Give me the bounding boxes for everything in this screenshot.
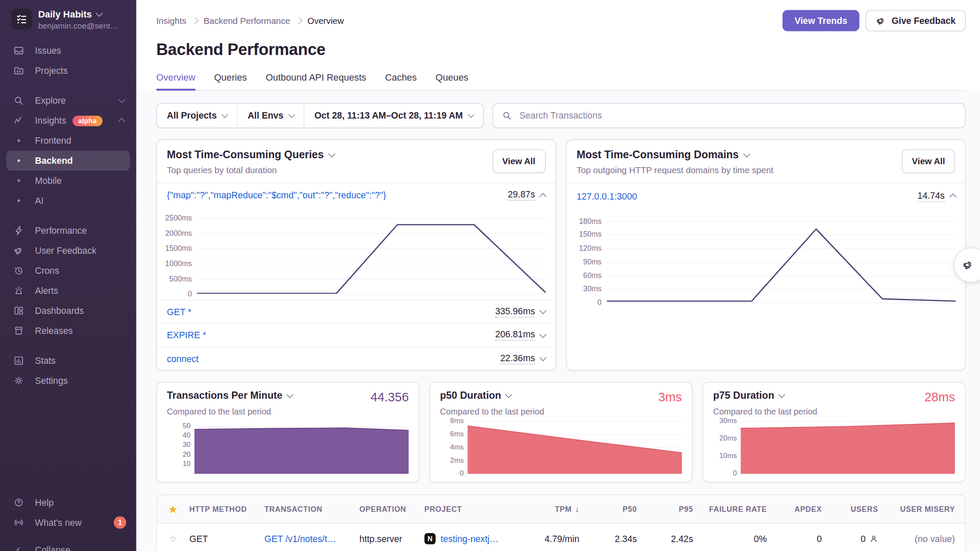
queries-chart-plot	[197, 210, 545, 293]
tpm-value: 44.356	[371, 390, 409, 405]
alpha-badge: alpha	[72, 115, 102, 126]
sidebar-item-mobile[interactable]: Mobile	[0, 171, 136, 191]
chevron-up-icon	[118, 119, 125, 125]
query-item-expanded[interactable]: {"map":"?","mapReduce":"$cmd","out":"?",…	[157, 183, 555, 207]
y-axis: 30ms20ms10ms0	[713, 421, 740, 474]
sidebar-item-crons[interactable]: Crons	[0, 261, 136, 281]
tpm-cell: 4.79/min	[523, 534, 582, 543]
search-icon	[502, 110, 512, 120]
sidebar-item-insights[interactable]: Insights alpha	[0, 110, 136, 130]
date-range-filter[interactable]: Oct 28, 11:13 AM–Oct 28, 11:19 AM	[304, 104, 483, 128]
view-trends-button[interactable]: View Trends	[783, 10, 859, 31]
tab-overview[interactable]: Overview	[156, 72, 195, 90]
broadcast-icon	[12, 517, 25, 528]
view-all-domains-button[interactable]: View All	[902, 149, 955, 173]
apdex-cell: 0	[769, 534, 824, 543]
breadcrumb-insights[interactable]: Insights	[156, 16, 186, 26]
chevron-down-icon[interactable]	[505, 391, 512, 398]
nav-group-divider	[0, 81, 136, 90]
col-tpm[interactable]: TPM ↓	[523, 505, 582, 513]
tab-outbound-api-requests[interactable]: Outbound API Requests	[266, 72, 366, 90]
sidebar-item-frontend[interactable]: Frontend	[0, 130, 136, 151]
query-item[interactable]: connect 22.36ms	[157, 347, 555, 370]
sidebar-item-issues[interactable]: Issues	[0, 41, 136, 61]
chevron-up-icon[interactable]	[539, 193, 546, 200]
axis-tick-label: 90ms	[583, 258, 602, 267]
tab-caches[interactable]: Caches	[385, 72, 417, 90]
most-time-consuming-domains-panel: Most Time-Consuming Domains Top outgoing…	[566, 139, 966, 371]
workspace-switcher[interactable]: Daily Habits benjamin.coe@sent…	[0, 0, 136, 31]
tpm-chart-plot	[194, 421, 409, 474]
sort-desc-icon: ↓	[575, 505, 580, 513]
search-bar[interactable]	[493, 103, 966, 128]
query-link[interactable]: EXPIRE *	[167, 330, 206, 340]
sidebar-item-whats-new[interactable]: What's new 1	[0, 513, 136, 533]
axis-tick-label: 40	[183, 431, 191, 439]
lightning-icon	[12, 225, 25, 236]
chevron-down-icon[interactable]	[743, 151, 750, 157]
main-content: Insights Backend Performance Overview Vi…	[136, 0, 980, 551]
sidebar-item-performance[interactable]: Performance	[0, 220, 136, 241]
project-cell: N testing-nextj…	[424, 533, 523, 544]
gridline	[197, 293, 545, 294]
axis-tick-label: 10	[183, 460, 191, 467]
card-subtitle: Compared to the last period	[440, 407, 682, 416]
query-link[interactable]: GET *	[167, 307, 191, 316]
chevron-down-icon[interactable]	[328, 151, 335, 157]
favorite-star-icon[interactable]: ☆	[169, 533, 177, 543]
checklist-icon	[15, 12, 28, 26]
view-all-queries-button[interactable]: View All	[492, 149, 545, 173]
domain-link[interactable]: 127.0.0.1:3000	[577, 191, 637, 201]
chevron-down-icon[interactable]	[539, 354, 546, 361]
search-input[interactable]	[518, 110, 956, 121]
sidebar-collapse-button[interactable]: Collapse	[0, 540, 136, 551]
chevron-up-icon[interactable]	[949, 194, 956, 201]
sidebar-item-projects[interactable]: Projects	[0, 61, 136, 81]
query-link[interactable]: {"map":"?","mapReduce":"$cmd","out":"?",…	[167, 190, 386, 200]
transaction-link[interactable]: GET /v1/notes/t…	[264, 534, 336, 543]
axis-tick-label: 150ms	[579, 230, 602, 239]
transactions-table: ★ HTTP METHOD TRANSACTION OPERATION PROJ…	[156, 494, 966, 551]
workspace-email: benjamin.coe@sent…	[38, 21, 118, 31]
tpm-card: Transactions Per Minute 44.356 Compared …	[156, 382, 419, 482]
sidebar-item-releases[interactable]: Releases	[0, 321, 136, 341]
sidebar-item-user-feedback[interactable]: User Feedback	[0, 241, 136, 261]
sidebar-item-dashboards[interactable]: Dashboards	[0, 301, 136, 321]
sidebar-item-stats[interactable]: Stats	[0, 351, 136, 371]
project-filter[interactable]: All Projects	[157, 104, 238, 128]
breadcrumb-backend-performance[interactable]: Backend Performance	[203, 16, 290, 26]
sidebar-item-explore[interactable]: Explore	[0, 91, 136, 111]
tab-queries[interactable]: Queries	[214, 72, 247, 90]
p75-chart-plot	[741, 421, 955, 474]
domain-item-expanded[interactable]: 127.0.0.1:3000 14.74s	[567, 183, 965, 209]
project-link[interactable]: testing-nextj…	[441, 534, 499, 543]
card-subtitle: Compared to the last period	[713, 407, 955, 416]
table-row: ☆ GET GET /v1/notes/t… http.server N tes…	[157, 524, 965, 551]
star-column-icon[interactable]: ★	[169, 504, 177, 514]
sidebar-item-backend[interactable]: Backend	[6, 151, 130, 171]
sidebar-item-settings[interactable]: Settings	[0, 371, 136, 391]
chevron-down-icon[interactable]	[539, 331, 546, 337]
axis-tick-label: 0	[733, 470, 737, 477]
query-item[interactable]: EXPIRE * 206.81ms	[157, 323, 555, 347]
sidebar-item-help[interactable]: Help	[0, 493, 136, 513]
query-item[interactable]: GET * 335.96ms	[157, 300, 555, 323]
chevron-down-icon[interactable]	[287, 391, 293, 398]
sidebar-item-ai[interactable]: AI	[0, 191, 136, 211]
give-feedback-button[interactable]: Give Feedback	[865, 10, 966, 31]
axis-tick-label: 50	[183, 422, 191, 429]
chevron-down-icon[interactable]	[778, 391, 785, 398]
sidebar-footer: Help What's new 1 Collapse	[0, 493, 136, 551]
tab-bar: Overview Queries Outbound API Requests C…	[156, 72, 966, 91]
p50-duration-card: p50 Duration 3ms Compared to the last pe…	[429, 382, 693, 482]
query-link[interactable]: connect	[167, 354, 198, 363]
environment-filter[interactable]: All Envs	[238, 104, 304, 128]
query-total-time: 206.81ms	[495, 330, 535, 341]
projects-icon	[12, 65, 25, 76]
tab-queues[interactable]: Queues	[435, 72, 468, 90]
axis-tick-label: 6ms	[450, 430, 464, 438]
chevron-down-icon[interactable]	[539, 307, 546, 314]
sidebar-item-alerts[interactable]: Alerts	[0, 281, 136, 301]
workspace-logo	[11, 9, 32, 29]
col-p50: P50	[582, 505, 639, 513]
